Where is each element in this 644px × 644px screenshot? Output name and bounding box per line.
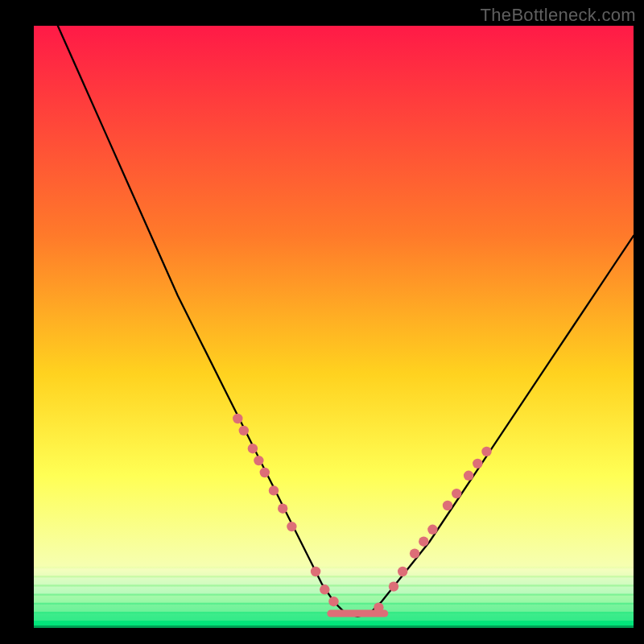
highlight-dot (443, 501, 452, 510)
highlight-dot (427, 525, 437, 535)
highlight-dot (328, 597, 338, 606)
highlight-dot (374, 602, 383, 612)
bottleneck-chart (0, 0, 644, 644)
plot-background (34, 26, 634, 625)
highlight-dot (233, 414, 242, 423)
band-stripe (34, 621, 634, 628)
band-stripe (34, 577, 634, 584)
highlight-dot (269, 485, 279, 495)
highlight-dot (464, 471, 473, 481)
highlight-dot (278, 504, 287, 514)
highlight-dot (419, 537, 428, 547)
highlight-dot (473, 459, 482, 469)
highlight-dot (320, 584, 329, 594)
chart-frame: TheBottleneck.com (0, 0, 644, 644)
highlight-dot (389, 581, 398, 591)
highlight-dot (398, 567, 407, 576)
band-stripe (34, 587, 634, 594)
highlight-dot (260, 468, 270, 477)
watermark-text: TheBottleneck.com (481, 5, 636, 26)
highlight-dot (410, 548, 419, 558)
highlight-dot (239, 426, 249, 436)
highlight-dot (481, 447, 491, 456)
highlight-dot (248, 444, 258, 453)
highlight-dot (452, 489, 461, 498)
highlight-dot (254, 456, 263, 465)
highlight-dot (287, 522, 296, 531)
band-stripe (34, 568, 634, 576)
highlight-dot (311, 567, 320, 576)
